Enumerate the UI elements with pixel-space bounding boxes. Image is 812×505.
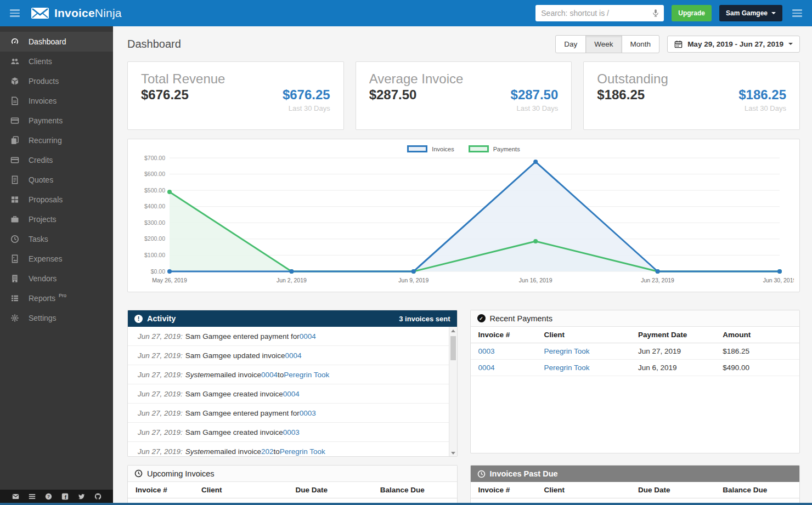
- stat-value: $676.25: [141, 87, 189, 112]
- column-header-client: Client: [544, 331, 638, 339]
- list-icon[interactable]: [29, 493, 36, 500]
- app-logo[interactable]: InvoiceNinja: [31, 7, 122, 20]
- activity-link[interactable]: Peregrin Took: [280, 447, 325, 456]
- invoices-past-due-table: Invoice #ClientDue DateBalance Due: [471, 482, 800, 498]
- sidebar-item-label: Reports: [29, 294, 55, 303]
- sidebar-item-reports[interactable]: ReportsPro: [0, 288, 113, 308]
- upgrade-button[interactable]: Upgrade: [672, 5, 712, 21]
- menu-toggle-icon[interactable]: [8, 7, 22, 19]
- range-button-group: DayWeekMonth: [555, 35, 659, 53]
- brand-name: InvoiceNinja: [54, 7, 122, 20]
- activity-item: Jun 27, 2019:Sam Gamgee created invoice …: [128, 423, 457, 442]
- svg-text:?: ?: [47, 494, 50, 499]
- sidebar-item-recurring[interactable]: Recurring: [0, 130, 113, 150]
- table-cell: 0004: [478, 364, 544, 372]
- microphone-icon[interactable]: [651, 9, 660, 18]
- table-link[interactable]: Peregrin Took: [544, 347, 590, 355]
- line-chart: $0.00$100.00$200.00$300.00$400.00$500.00…: [133, 154, 794, 286]
- github-icon[interactable]: [94, 493, 101, 500]
- expenses-icon: [10, 254, 20, 263]
- activity-text: Sam Gamgee entered payment for: [185, 409, 300, 417]
- sidebar-item-quotes[interactable]: Quotes: [0, 170, 113, 190]
- page-title: Dashboard: [127, 38, 181, 50]
- quotes-icon: [10, 175, 20, 184]
- legend-item-payments[interactable]: Payments: [469, 145, 520, 152]
- search-input[interactable]: [535, 5, 664, 21]
- sidebar-item-vendors[interactable]: Vendors: [0, 269, 113, 288]
- stat-title: Total Revenue: [141, 71, 330, 87]
- svg-text:$200.00: $200.00: [144, 235, 165, 242]
- activity-link[interactable]: 0004: [283, 390, 300, 398]
- stat-value-period: $676.25: [283, 87, 330, 103]
- facebook-icon[interactable]: f: [61, 493, 69, 500]
- products-icon: [10, 77, 20, 86]
- activity-item: Jun 27, 2019:Sam Gamgee entered payment …: [128, 404, 457, 423]
- table-cell: Jun 27, 2019: [638, 347, 723, 355]
- table-cell: Jun 6, 2019: [638, 364, 723, 372]
- scroll-down-icon[interactable]: [449, 449, 457, 457]
- scrollbar-thumb[interactable]: [450, 336, 456, 360]
- projects-icon: [10, 215, 20, 224]
- sidebar-item-label: Settings: [29, 314, 57, 322]
- sidebar-item-tasks[interactable]: Tasks: [0, 229, 113, 249]
- global-search: [535, 5, 664, 21]
- table-link[interactable]: 0003: [478, 347, 495, 355]
- activity-link[interactable]: Peregrin Took: [284, 371, 329, 379]
- range-button-day[interactable]: Day: [555, 35, 586, 53]
- clock-icon: [477, 470, 486, 478]
- sidebar-item-credits[interactable]: Credits: [0, 150, 113, 170]
- table-link[interactable]: Peregrin Took: [544, 364, 590, 372]
- legend-item-invoices[interactable]: Invoices: [407, 145, 454, 152]
- stat-caption: Last 30 Days: [511, 104, 559, 112]
- sidebar-item-invoices[interactable]: Invoices: [0, 91, 113, 111]
- sidebar-item-payments[interactable]: Payments: [0, 111, 113, 130]
- sidebar-item-label: Clients: [29, 57, 52, 66]
- sidebar-item-label: Products: [29, 77, 59, 86]
- sidebar-item-products[interactable]: Products: [0, 71, 113, 91]
- svg-text:$400.00: $400.00: [144, 203, 165, 209]
- table-cell: 0003: [478, 347, 544, 355]
- table-link[interactable]: 0004: [478, 364, 495, 372]
- activity-link[interactable]: 0004: [300, 332, 316, 341]
- range-button-month[interactable]: Month: [622, 35, 660, 53]
- activity-link[interactable]: 0004: [285, 351, 301, 360]
- sidebar-item-dashboard[interactable]: Dashboard: [0, 32, 113, 52]
- reports-icon: [10, 294, 20, 303]
- sidebar-item-label: Vendors: [29, 274, 57, 283]
- proposals-icon: [10, 195, 20, 204]
- exclamation-circle-icon: !: [134, 315, 143, 323]
- activity-link[interactable]: 0004: [261, 371, 278, 379]
- activity-link[interactable]: 0003: [300, 409, 316, 417]
- sidebar-item-settings[interactable]: Settings: [0, 308, 113, 328]
- user-name: Sam Gamgee: [726, 9, 768, 17]
- twitter-icon[interactable]: [78, 493, 85, 500]
- activity-link[interactable]: 0003: [283, 428, 300, 436]
- help-icon[interactable]: ?: [45, 493, 52, 500]
- email-icon[interactable]: [12, 493, 19, 500]
- column-header-invoice-: Invoice #: [136, 486, 201, 494]
- dashboard-icon: [10, 37, 20, 46]
- nav-options-icon[interactable]: [790, 7, 804, 19]
- stat-value: $186.25: [597, 87, 645, 112]
- svg-text:Jun 2, 2019: Jun 2, 2019: [277, 277, 307, 283]
- range-button-week[interactable]: Week: [585, 35, 622, 53]
- table-header: Invoice #ClientDue DateBalance Due: [471, 482, 800, 498]
- user-menu-button[interactable]: Sam Gamgee: [719, 5, 782, 21]
- date-range-button[interactable]: May 29, 2019 - Jun 27, 2019: [667, 36, 800, 53]
- stat-cards: Total Revenue$676.25$676.25Last 30 DaysA…: [127, 61, 800, 130]
- activity-item: Jun 27, 2019:System emailed invoice 202 …: [128, 442, 457, 457]
- sidebar-item-label: Expenses: [29, 254, 62, 263]
- scroll-up-icon[interactable]: [449, 327, 457, 335]
- activity-link[interactable]: 202: [261, 447, 274, 456]
- column-header-amount: Amount: [723, 331, 792, 339]
- sidebar-item-clients[interactable]: Clients: [0, 52, 113, 71]
- activity-scrollbar[interactable]: [449, 327, 457, 457]
- tasks-icon: [10, 235, 20, 243]
- sidebar-item-label: Proposals: [29, 195, 63, 204]
- sidebar-item-projects[interactable]: Projects: [0, 209, 113, 229]
- activity-text: Sam Gamgee entered payment for: [185, 332, 300, 341]
- recent-payments-title: Recent Payments: [490, 314, 552, 323]
- activity-text: System: [185, 371, 210, 379]
- sidebar-item-proposals[interactable]: Proposals: [0, 190, 113, 209]
- sidebar-item-expenses[interactable]: Expenses: [0, 249, 113, 269]
